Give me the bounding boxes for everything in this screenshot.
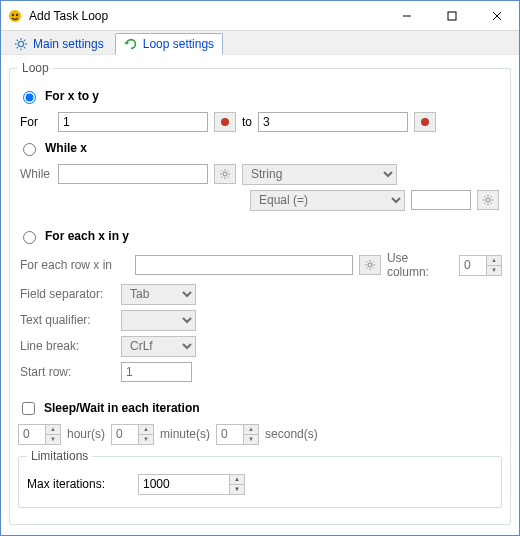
- minutes-label: minute(s): [160, 427, 210, 441]
- hours-value[interactable]: [19, 425, 45, 444]
- for-range-row: For to: [18, 111, 502, 133]
- while-value-input[interactable]: [58, 164, 208, 184]
- loop-icon: [124, 37, 138, 51]
- sleep-wait-checkbox[interactable]: [22, 402, 35, 415]
- chevron-down-icon[interactable]: ▼: [139, 434, 153, 444]
- tab-loop-settings[interactable]: Loop settings: [115, 33, 223, 55]
- chevron-up-icon[interactable]: ▲: [487, 256, 501, 265]
- while-operator-select[interactable]: Equal (=): [250, 190, 405, 211]
- max-iterations-stepper[interactable]: ▲▼: [138, 474, 245, 495]
- svg-rect-3: [448, 12, 456, 20]
- gear-icon: [14, 37, 28, 51]
- while-value-options-button[interactable]: [214, 164, 236, 184]
- max-iterations-label: Max iterations:: [27, 477, 132, 491]
- for-to-stop-button[interactable]: [414, 112, 436, 132]
- hours-label: hour(s): [67, 427, 105, 441]
- for-label: For: [20, 115, 52, 129]
- svg-point-7: [368, 263, 372, 267]
- svg-point-1: [12, 13, 14, 15]
- start-row-input[interactable]: [121, 362, 192, 382]
- tab-strip: Main settings Loop settings: [1, 31, 519, 55]
- text-qualifier-label: Text qualifier:: [20, 313, 115, 327]
- chevron-down-icon[interactable]: ▼: [230, 484, 244, 494]
- max-iterations-value[interactable]: [139, 475, 229, 494]
- chevron-up-icon[interactable]: ▲: [244, 425, 258, 434]
- for-each-row-label: For each row x in: [20, 258, 129, 272]
- for-each-label: For each x in y: [45, 229, 129, 243]
- for-each-row-source: For each row x in Use column: ▲▼: [18, 251, 502, 279]
- field-separator-select[interactable]: Tab: [121, 284, 196, 305]
- minutes-value[interactable]: [112, 425, 138, 444]
- gear-icon: [219, 168, 231, 180]
- minutes-stepper[interactable]: ▲▼: [111, 424, 154, 445]
- loop-group-legend: Loop: [18, 61, 53, 75]
- window-close-button[interactable]: [474, 1, 519, 30]
- tab-main-settings[interactable]: Main settings: [5, 32, 113, 54]
- line-break-label: Line break:: [20, 339, 115, 353]
- chevron-down-icon[interactable]: ▼: [244, 434, 258, 444]
- svg-point-5: [223, 172, 227, 176]
- svg-point-6: [486, 198, 490, 202]
- hours-stepper[interactable]: ▲▼: [18, 424, 61, 445]
- while-row-1: While String: [18, 163, 502, 185]
- limitations-legend: Limitations: [27, 449, 92, 463]
- line-break-row: Line break: CrLf: [18, 335, 502, 357]
- for-each-source-options-button[interactable]: [359, 255, 381, 275]
- chevron-up-icon[interactable]: ▲: [139, 425, 153, 434]
- seconds-value[interactable]: [217, 425, 243, 444]
- for-each-source-input[interactable]: [135, 255, 353, 275]
- window-title: Add Task Loop: [29, 9, 108, 23]
- while-rhs-options-button[interactable]: [477, 190, 499, 210]
- option-for-each: For each x in y: [18, 225, 502, 247]
- field-separator-row: Field separator: Tab: [18, 283, 502, 305]
- use-column-stepper[interactable]: ▲▼: [459, 255, 502, 276]
- to-label: to: [242, 115, 252, 129]
- use-column-value[interactable]: [460, 256, 486, 275]
- chevron-up-icon[interactable]: ▲: [230, 475, 244, 484]
- start-row-row: Start row:: [18, 361, 502, 383]
- sleep-wait-row: Sleep/Wait in each iteration: [18, 397, 502, 419]
- while-type-select[interactable]: String: [242, 164, 397, 185]
- chevron-up-icon[interactable]: ▲: [46, 425, 60, 434]
- sleep-wait-time-row: ▲▼ hour(s) ▲▼ minute(s) ▲▼ second(s): [18, 423, 502, 445]
- radio-for-each[interactable]: [23, 231, 36, 244]
- svg-point-0: [9, 10, 21, 22]
- content-area: Loop For x to y For to While x While: [1, 55, 519, 525]
- radio-for-x-to-y[interactable]: [23, 91, 36, 104]
- use-column-label: Use column:: [387, 251, 453, 279]
- loop-group: Loop For x to y For to While x While: [9, 61, 511, 525]
- svg-point-4: [18, 41, 23, 46]
- for-x-to-y-label: For x to y: [45, 89, 99, 103]
- app-icon: [7, 8, 23, 24]
- stop-icon: [421, 118, 429, 126]
- max-iterations-row: Max iterations: ▲▼: [27, 473, 493, 495]
- while-rhs-input[interactable]: [411, 190, 471, 210]
- gear-icon: [482, 194, 494, 206]
- tab-label: Main settings: [33, 37, 104, 51]
- seconds-stepper[interactable]: ▲▼: [216, 424, 259, 445]
- option-for-x-to-y: For x to y: [18, 85, 502, 107]
- while-x-label: While x: [45, 141, 87, 155]
- tab-label: Loop settings: [143, 37, 214, 51]
- svg-point-2: [16, 13, 18, 15]
- radio-while-x[interactable]: [23, 143, 36, 156]
- text-qualifier-row: Text qualifier:: [18, 309, 502, 331]
- for-to-input[interactable]: [258, 112, 408, 132]
- field-separator-label: Field separator:: [20, 287, 115, 301]
- for-from-input[interactable]: [58, 112, 208, 132]
- sleep-wait-label: Sleep/Wait in each iteration: [44, 401, 200, 415]
- start-row-label: Start row:: [20, 365, 115, 379]
- text-qualifier-select[interactable]: [121, 310, 196, 331]
- limitations-group: Limitations Max iterations: ▲▼: [18, 449, 502, 508]
- while-row-2: Equal (=): [18, 189, 502, 211]
- chevron-down-icon[interactable]: ▼: [487, 265, 501, 275]
- chevron-down-icon[interactable]: ▼: [46, 434, 60, 444]
- seconds-label: second(s): [265, 427, 318, 441]
- option-while-x: While x: [18, 137, 502, 159]
- gear-icon: [364, 259, 376, 271]
- line-break-select[interactable]: CrLf: [121, 336, 196, 357]
- window-maximize-button[interactable]: [429, 1, 474, 30]
- titlebar: Add Task Loop: [1, 1, 519, 31]
- for-from-stop-button[interactable]: [214, 112, 236, 132]
- window-minimize-button[interactable]: [384, 1, 429, 30]
